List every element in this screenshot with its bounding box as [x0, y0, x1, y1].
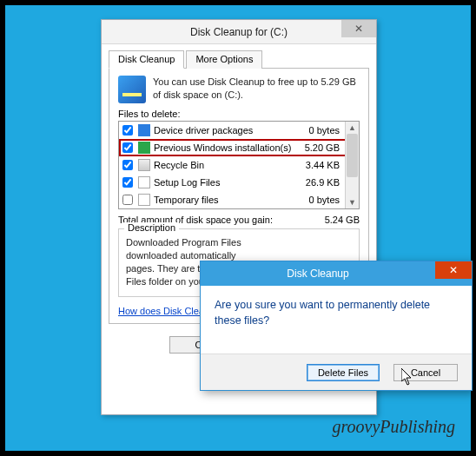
file-list: Device driver packages0 bytesPrevious Wi… [118, 121, 360, 209]
confirm-dialog: Disk Cleanup ✕ Are you sure you want to … [200, 261, 473, 391]
files-to-delete-label: Files to delete: [118, 109, 360, 119]
item-size: 3.44 KB [295, 160, 343, 170]
item-name: Temporary files [154, 195, 292, 205]
scrollbar[interactable]: ▲ ▼ [345, 122, 359, 208]
file-icon [138, 124, 150, 136]
file-icon [138, 142, 150, 154]
delete-files-button[interactable]: Delete Files [307, 364, 380, 381]
desktop-background: Disk Cleanup for (C:) ✕ Disk Cleanup Mor… [5, 5, 471, 451]
item-size: 5.20 GB [295, 142, 343, 153]
confirm-cancel-button[interactable]: Cancel [393, 364, 458, 381]
total-value: 5.24 GB [325, 215, 360, 225]
scroll-thumb[interactable] [347, 134, 358, 177]
intro-text: You can use Disk Cleanup to free up to 5… [153, 76, 360, 103]
titlebar[interactable]: Disk Cleanup for (C:) ✕ [102, 20, 376, 44]
file-icon [138, 176, 150, 188]
item-name: Previous Windows installation(s) [154, 142, 292, 153]
item-checkbox[interactable] [122, 195, 133, 205]
item-name: Setup Log Files [154, 177, 292, 188]
disk-cleanup-icon [118, 76, 146, 103]
item-checkbox[interactable] [122, 160, 133, 170]
item-size: 0 bytes [295, 195, 343, 205]
close-icon[interactable]: ✕ [341, 20, 376, 37]
tab-disk-cleanup[interactable]: Disk Cleanup [109, 50, 184, 69]
list-item[interactable]: Recycle Bin3.44 KB [119, 156, 359, 174]
description-legend: Description [124, 222, 179, 233]
item-checkbox[interactable] [122, 142, 133, 153]
item-name: Device driver packages [154, 125, 292, 135]
file-icon [138, 194, 150, 206]
list-item[interactable]: Device driver packages0 bytes [119, 122, 359, 139]
item-checkbox[interactable] [122, 177, 133, 188]
confirm-title: Disk Cleanup [201, 268, 435, 280]
list-item[interactable]: Temporary files0 bytes [119, 191, 359, 208]
tab-bar: Disk Cleanup More Options [109, 50, 369, 69]
window-title: Disk Cleanup for (C:) [102, 26, 376, 38]
tab-more-options[interactable]: More Options [186, 50, 262, 69]
item-name: Recycle Bin [154, 160, 292, 170]
scroll-down-icon[interactable]: ▼ [346, 196, 359, 208]
close-icon[interactable]: ✕ [435, 261, 472, 279]
scroll-up-icon[interactable]: ▲ [346, 122, 359, 134]
file-icon [138, 159, 150, 171]
item-size: 0 bytes [295, 125, 343, 135]
item-size: 26.9 KB [295, 177, 343, 188]
item-checkbox[interactable] [122, 125, 133, 135]
confirm-buttons: Delete Files Cancel [201, 354, 472, 390]
list-item[interactable]: Previous Windows installation(s)5.20 GB [119, 139, 359, 156]
list-item[interactable]: Setup Log Files26.9 KB [119, 174, 359, 191]
confirm-titlebar[interactable]: Disk Cleanup ✕ [201, 261, 472, 286]
confirm-message: Are you sure you want to permanently del… [201, 286, 472, 354]
watermark: groovyPublishing [333, 417, 455, 437]
